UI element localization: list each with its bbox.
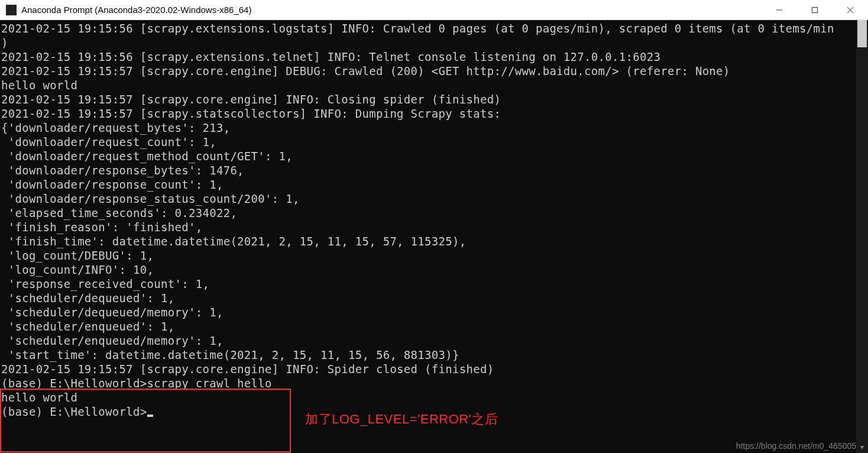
terminal-line: 2021-02-15 19:15:57 [scrapy.core.engine]… [1,92,855,106]
terminal-line: hello world [1,78,855,92]
close-button[interactable] [833,0,868,20]
terminal-line: 'downloader/request_method_count/GET': 1… [1,149,855,163]
terminal-line: 'start_time': datetime.datetime(2021, 2,… [1,348,855,362]
close-icon [847,7,854,14]
minimize-button[interactable] [762,0,797,20]
terminal-line: (base) E:\Helloworld> [1,405,855,419]
terminal-line: 'finish_time': datetime.datetime(2021, 2… [1,234,855,248]
terminal-line: 'response_received_count': 1, [1,277,855,291]
terminal-line: 'log_count/INFO': 10, [1,263,855,277]
scrollbar[interactable]: ▾ [856,20,868,453]
terminal-line: 'log_count/DEBUG': 1, [1,248,855,263]
maximize-button[interactable] [797,0,833,20]
cursor [147,415,153,417]
terminal-line: {'downloader/request_bytes': 213, [1,121,855,135]
terminal-line: hello world [1,390,855,405]
terminal-line: 2021-02-15 19:15:56 [scrapy.extensions.t… [1,50,855,64]
terminal-line: ) [1,35,855,50]
maximize-icon [811,7,818,14]
terminal-line: 'downloader/request_count': 1, [1,135,855,149]
terminal-line: 2021-02-15 19:15:57 [scrapy.statscollect… [1,106,855,121]
terminal-line: 2021-02-15 19:15:57 [scrapy.core.engine]… [1,362,855,376]
terminal-line: 'downloader/response_status_count/200': … [1,192,855,206]
terminal-line: 'scheduler/enqueued': 1, [1,319,855,334]
svg-rect-1 [812,7,818,12]
terminal-output[interactable]: 2021-02-15 19:15:56 [scrapy.extensions.l… [0,20,856,453]
terminal-line: 'scheduler/dequeued': 1, [1,291,855,305]
terminal-container: 2021-02-15 19:15:56 [scrapy.extensions.l… [0,20,868,453]
terminal-line: 2021-02-15 19:15:57 [scrapy.core.engine]… [1,64,855,78]
window-title: Anaconda Prompt (Anaconda3-2020.02-Windo… [21,5,251,15]
titlebar[interactable]: Anaconda Prompt (Anaconda3-2020.02-Windo… [0,0,868,20]
scrollbar-thumb[interactable] [857,20,867,47]
terminal-line: 'finish_reason': 'finished', [1,220,855,234]
terminal-line: 'downloader/response_count': 1, [1,177,855,192]
terminal-line: 'scheduler/enqueued/memory': 1, [1,334,855,348]
terminal-line: 2021-02-15 19:15:56 [scrapy.extensions.l… [1,21,855,35]
terminal-line: 'downloader/response_bytes': 1476, [1,163,855,177]
terminal-line: (base) E:\Helloworld>scrapy crawl hello [1,376,855,390]
watermark: https://blog.csdn.net/m0_465005 [736,441,856,451]
window-controls [762,0,868,20]
terminal-line: 'elapsed_time_seconds': 0.234022, [1,206,855,220]
minimize-icon [776,7,783,14]
terminal-line: 'scheduler/dequeued/memory': 1, [1,305,855,319]
app-icon [6,5,17,15]
scrollbar-down-arrow[interactable]: ▾ [856,441,868,453]
